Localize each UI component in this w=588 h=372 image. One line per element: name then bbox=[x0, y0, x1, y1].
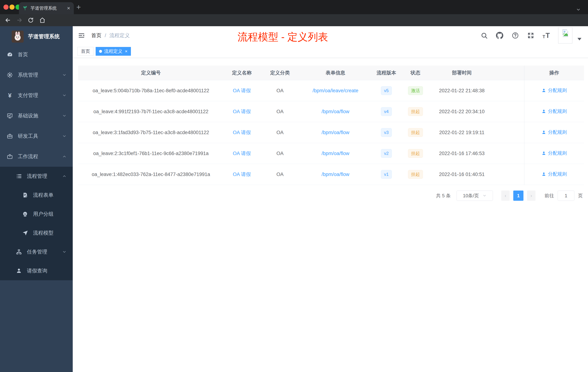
back-icon[interactable] bbox=[4, 16, 12, 24]
cell-action[interactable]: 分配规则 bbox=[524, 122, 584, 143]
chevron-down-icon bbox=[62, 93, 67, 98]
cell-form-info[interactable]: /bpm/oa/flow bbox=[300, 101, 371, 122]
screen: 芋道管理系统 × + 不安全 dashboard.yudao.iocoder.c… bbox=[0, 0, 588, 372]
form-info-link[interactable]: /bpm/oa/flow bbox=[321, 109, 349, 114]
definition-name-link[interactable]: OA 请假 bbox=[233, 172, 251, 177]
page-annotation-title: 流程模型 - 定义列表 bbox=[238, 30, 328, 44]
new-tab-button[interactable]: + bbox=[76, 3, 81, 12]
cell-definition-name[interactable]: OA 请假 bbox=[224, 164, 260, 185]
form-info-link[interactable]: /bpm/oa/flow bbox=[321, 130, 349, 135]
cell-definition-category: OA bbox=[260, 80, 300, 101]
sidebar-item-form[interactable]: 流程表单 bbox=[0, 186, 73, 205]
avatar-dropdown-caret-icon[interactable] bbox=[578, 38, 581, 40]
cell-process-version: v2 bbox=[371, 143, 402, 164]
yen-icon: ¥ bbox=[6, 92, 13, 99]
user-icon bbox=[541, 109, 546, 114]
sidebar-item-list[interactable]: 流程管理 bbox=[0, 167, 73, 186]
cell-definition-name[interactable]: OA 请假 bbox=[224, 101, 260, 122]
cell-deploy-time: 2022-01-22 19:19:11 bbox=[429, 122, 494, 143]
app-title: 芋道管理系统 bbox=[28, 33, 60, 40]
sidebar-item-tasks[interactable]: 任务管理 bbox=[0, 242, 73, 261]
fullscreen-icon[interactable] bbox=[527, 32, 534, 39]
person-icon bbox=[15, 268, 22, 274]
form-info-link[interactable]: /bpm/oa/flow bbox=[321, 151, 349, 156]
cell-definition-id: oa_leave:5:004b710b-7b8a-11ec-8ef0-acde4… bbox=[78, 80, 224, 101]
version-badge: v5 bbox=[381, 86, 392, 95]
assign-rule-link[interactable]: 分配规则 bbox=[541, 171, 567, 177]
user-icon bbox=[541, 151, 546, 156]
cell-form-info[interactable]: /bpm/oa/flow bbox=[300, 122, 371, 143]
reload-icon[interactable] bbox=[27, 16, 34, 24]
forward-icon[interactable] bbox=[16, 16, 23, 24]
breadcrumb-home[interactable]: 首页 bbox=[91, 32, 101, 39]
version-badge: v4 bbox=[381, 107, 392, 116]
sidebar-item-label: 工作流程 bbox=[18, 153, 38, 160]
sidebar-item-gear[interactable]: 系统管理 bbox=[0, 65, 73, 85]
sidebar-item-paper-plane[interactable]: 流程模型 bbox=[0, 223, 73, 242]
definition-name-link[interactable]: OA 请假 bbox=[233, 151, 251, 156]
current-page-button[interactable]: 1 bbox=[513, 191, 524, 201]
sidebar-item-label: 流程管理 bbox=[27, 173, 47, 180]
definition-name-link[interactable]: OA 请假 bbox=[233, 130, 251, 135]
macos-close-button[interactable] bbox=[3, 5, 9, 10]
browser-tab[interactable]: 芋道管理系统 × bbox=[19, 2, 74, 14]
github-icon[interactable] bbox=[496, 32, 503, 39]
sidebar-item-label: 首页 bbox=[18, 51, 28, 58]
cell-action[interactable]: 分配规则 bbox=[524, 164, 584, 185]
home-icon[interactable] bbox=[39, 16, 46, 24]
cell-process-version: v3 bbox=[371, 122, 402, 143]
tag-item[interactable]: 首页 bbox=[77, 47, 94, 56]
cell-action[interactable]: 分配规则 bbox=[524, 80, 584, 101]
cell-form-info[interactable]: /bpm/oa/flow bbox=[300, 164, 371, 185]
assign-rule-link[interactable]: 分配规则 bbox=[541, 108, 567, 114]
form-info-link[interactable]: /bpm/oa/leave/create bbox=[313, 88, 358, 93]
assign-rule-link[interactable]: 分配规则 bbox=[541, 87, 567, 94]
definition-name-link[interactable]: OA 请假 bbox=[233, 88, 251, 93]
briefcase-icon bbox=[6, 153, 13, 160]
cell-form-info[interactable]: /bpm/oa/flow bbox=[300, 143, 371, 164]
sidebar-item-yen[interactable]: ¥支付管理 bbox=[0, 85, 73, 106]
browser-toolbar: 不安全 dashboard.yudao.iocoder.cn /bpm/mana… bbox=[0, 14, 588, 26]
avatar[interactable] bbox=[558, 27, 572, 44]
cell-definition-name[interactable]: OA 请假 bbox=[224, 143, 260, 164]
definition-name-link[interactable]: OA 请假 bbox=[233, 109, 251, 114]
status-badge: 挂起 bbox=[408, 149, 423, 158]
cell-action[interactable]: 分配规则 bbox=[524, 101, 584, 122]
search-icon[interactable] bbox=[481, 32, 488, 39]
sidebar-item-toolbox[interactable]: 研发工具 bbox=[0, 126, 73, 146]
tasks-icon bbox=[15, 249, 22, 255]
cell-definition-name[interactable]: OA 请假 bbox=[224, 80, 260, 101]
cell-form-info[interactable]: /bpm/oa/leave/create bbox=[300, 80, 371, 101]
assign-rule-link[interactable]: 分配规则 bbox=[541, 129, 567, 135]
tag-close-icon[interactable]: × bbox=[125, 49, 127, 54]
font-size-icon[interactable]: TT bbox=[543, 32, 550, 39]
help-icon[interactable] bbox=[512, 32, 519, 39]
sidebar-item-briefcase[interactable]: 工作流程 bbox=[0, 146, 73, 167]
sidebar-item-label: 请假查询 bbox=[27, 267, 47, 274]
sidebar-item-monitor[interactable]: 基础设施 bbox=[0, 106, 73, 126]
page-size-select[interactable]: 10条/页 bbox=[457, 191, 493, 201]
sidebar-item-user-group[interactable]: 用户分组 bbox=[0, 205, 73, 223]
sidebar-logo[interactable]: 芋道管理系统 bbox=[0, 26, 73, 43]
next-page-button[interactable]: › bbox=[527, 191, 536, 201]
cell-filler bbox=[494, 122, 524, 143]
tab-close-icon[interactable]: × bbox=[67, 5, 70, 11]
tab-search-chevron-icon[interactable] bbox=[576, 7, 581, 12]
cell-definition-name[interactable]: OA 请假 bbox=[224, 122, 260, 143]
assign-rule-link[interactable]: 分配规则 bbox=[541, 150, 567, 156]
table-row: oa_leave:1:482ec033-762a-11ec-8477-a2380… bbox=[78, 164, 584, 185]
form-info-link[interactable]: /bpm/oa/flow bbox=[321, 172, 349, 177]
prev-page-button[interactable]: ‹ bbox=[501, 191, 510, 201]
hamburger-icon[interactable] bbox=[78, 32, 85, 39]
sidebar-item-label: 用户分组 bbox=[33, 211, 53, 218]
table-header-row: 定义编号定义名称定义分类表单信息流程版本状态部署时间操作 bbox=[78, 66, 584, 80]
column-header: 定义编号 bbox=[78, 66, 224, 80]
goto-page-input[interactable]: 1 bbox=[558, 191, 574, 201]
cell-action[interactable]: 分配规则 bbox=[524, 143, 584, 164]
sidebar-item-label: 任务管理 bbox=[27, 248, 47, 255]
sidebar-item-person[interactable]: 请假查询 bbox=[0, 261, 73, 280]
sidebar-item-dashboard[interactable]: 首页 bbox=[0, 44, 73, 65]
macos-minimize-button[interactable] bbox=[10, 5, 15, 10]
chevron-up-icon bbox=[62, 174, 67, 178]
tag-active[interactable]: 流程定义× bbox=[96, 47, 131, 56]
